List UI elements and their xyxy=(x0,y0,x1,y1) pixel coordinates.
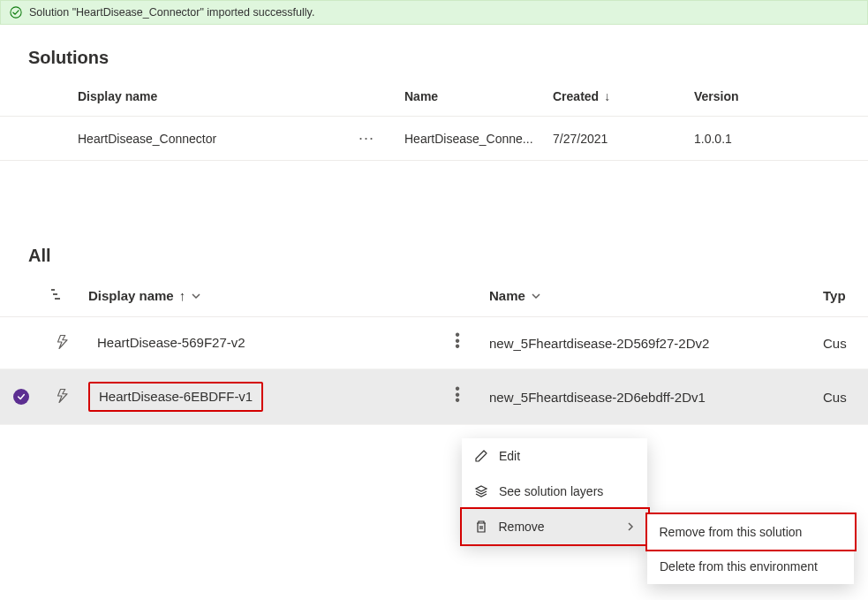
row-more-button[interactable]: ··· xyxy=(359,129,390,148)
sort-asc-icon: ↑ xyxy=(179,288,186,303)
solution-version: 1.0.0.1 xyxy=(687,117,842,161)
import-success-banner: Solution "HeartDisease_Connector" import… xyxy=(0,0,868,25)
all-heading: All xyxy=(0,223,868,275)
all-components-table: Display name ↑ Name Typ xyxy=(0,275,868,425)
svg-rect-2 xyxy=(53,293,57,295)
row-kebab-button[interactable]: ••• xyxy=(455,386,460,403)
solution-created: 7/27/2021 xyxy=(546,117,687,161)
col-display-name[interactable]: Display name xyxy=(71,77,397,117)
solutions-heading: Solutions xyxy=(0,25,868,77)
chevron-down-icon xyxy=(191,291,201,301)
col-all-display-name[interactable]: Display name ↑ xyxy=(81,275,433,317)
selected-check-icon xyxy=(13,389,29,405)
svg-rect-1 xyxy=(51,289,55,291)
connector-icon xyxy=(42,317,81,369)
col-all-name[interactable]: Name xyxy=(482,275,816,317)
svg-point-0 xyxy=(11,7,21,18)
success-check-icon xyxy=(10,6,22,19)
solutions-table: Display name Name Created ↓ Version Hear… xyxy=(0,77,868,161)
svg-rect-3 xyxy=(55,298,60,300)
sort-desc-icon: ↓ xyxy=(604,89,610,103)
banner-message: Solution "HeartDisease_Connector" import… xyxy=(29,6,314,19)
chevron-down-icon xyxy=(531,291,541,301)
component-type: Cus xyxy=(816,317,868,369)
row-select[interactable] xyxy=(0,317,42,369)
component-display-name[interactable]: HeartDisease-6EBDFF-v1 xyxy=(88,382,263,412)
component-system-name: new_5Fheartdisease-2D6ebdff-2Dv1 xyxy=(482,369,816,425)
row-kebab-button[interactable]: ••• xyxy=(455,332,460,349)
table-row[interactable]: HeartDisease_Connector ··· HeartDisease_… xyxy=(0,117,868,161)
component-display-name[interactable]: HeartDisease-569F27-v2 xyxy=(88,330,254,356)
table-row[interactable]: HeartDisease-569F27-v2 ••• new_5Fheartdi… xyxy=(0,317,868,369)
hierarchy-icon xyxy=(49,287,64,301)
component-type: Cus xyxy=(816,369,868,425)
col-name[interactable]: Name xyxy=(397,77,546,117)
row-select[interactable] xyxy=(0,369,42,425)
table-row[interactable]: HeartDisease-6EBDFF-v1 ••• new_5Fheartdi… xyxy=(0,369,868,425)
col-version[interactable]: Version xyxy=(687,77,842,117)
col-created[interactable]: Created ↓ xyxy=(546,77,687,117)
connector-icon xyxy=(42,369,81,425)
col-hierarchy-icon[interactable] xyxy=(42,275,81,317)
component-system-name: new_5Fheartdisease-2D569f27-2Dv2 xyxy=(482,317,816,369)
solution-name: HeartDisease_Conne... xyxy=(397,117,546,161)
solution-display-name[interactable]: HeartDisease_Connector xyxy=(78,132,216,146)
col-all-type[interactable]: Typ xyxy=(816,275,868,317)
